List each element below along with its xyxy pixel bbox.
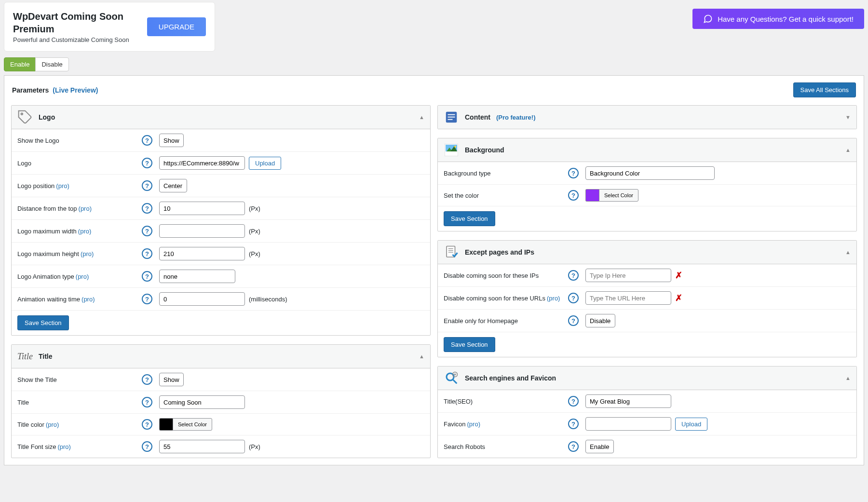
except-icon [444,244,459,260]
save-all-button[interactable]: Save All Sections [793,82,856,97]
except-section: Except pages and IPs ▲ Disable coming so… [437,240,857,357]
favicon-input[interactable] [585,417,671,431]
logo-save-section-button[interactable]: Save Section [17,315,69,330]
seo-section-title: Search engines and Favicon [465,374,556,382]
help-icon[interactable]: ? [142,374,152,385]
title-font-input[interactable] [159,440,245,453]
homepage-only-select[interactable]: Disable [585,314,615,327]
title-icon: Title [17,349,33,364]
robots-label: Search Robots [444,443,485,450]
disable-ips-input[interactable] [585,269,671,282]
disable-urls-label: Disable coming soon for these URLs [444,295,545,302]
content-section-title: Content [465,113,490,121]
except-section-header[interactable]: Except pages and IPs ▲ [438,241,856,264]
logo-url-input[interactable] [159,156,245,170]
logo-position-select[interactable]: Center [159,179,187,192]
robots-select[interactable]: Enable [585,440,614,453]
anim-wait-input[interactable] [159,292,245,306]
help-icon[interactable]: ? [142,158,152,168]
help-icon[interactable]: ? [568,190,579,201]
title-color-picker[interactable]: Select Color [159,418,212,431]
bg-select-color-button[interactable]: Select Color [599,189,638,202]
title-section-header[interactable]: Title Title ▲ [12,345,430,368]
title-select-color-button[interactable]: Select Color [173,418,212,431]
svg-rect-4 [448,119,453,120]
svg-rect-2 [448,114,455,115]
help-icon[interactable]: ? [568,441,579,452]
show-logo-select[interactable]: Show [159,134,184,147]
enable-button[interactable]: Enable [4,57,36,71]
logo-section: Logo ▲ Show the Logo ? Show Logo ? Up [11,105,431,336]
logo-upload-button[interactable]: Upload [249,157,281,170]
bg-color-picker[interactable]: Select Color [585,189,638,202]
tag-icon [17,109,33,125]
title-color-swatch [159,418,173,431]
promo-subtitle: Powerful and Customizable Coming Soon [13,36,134,43]
upgrade-button[interactable]: UPGRADE [147,17,206,36]
delete-ip-icon[interactable]: ✗ [675,270,682,281]
help-icon[interactable]: ? [142,271,152,282]
except-section-title: Except pages and IPs [465,248,534,256]
seo-section-header[interactable]: Search engines and Favicon ▲ [438,366,856,390]
bg-save-section-button[interactable]: Save Section [444,211,495,226]
background-section: Background ▲ Background type ? Backgroun… [437,138,857,231]
chevron-up-icon: ▲ [419,114,424,120]
favicon-label: Favicon [444,421,466,428]
support-button[interactable]: Have any Questions? Get a quick support! [692,9,864,29]
svg-rect-3 [448,117,455,118]
anim-type-select[interactable]: none [159,270,235,283]
title-font-label: Title Font size [17,443,56,450]
bg-type-select[interactable]: Background Color [585,166,715,180]
seo-title-input[interactable] [585,394,671,408]
title-text-input[interactable] [159,395,245,409]
background-icon [444,142,459,158]
promo-box: WpDevart Coming Soon Premium Powerful an… [4,2,215,52]
chat-icon [703,14,713,24]
help-icon[interactable]: ? [568,270,579,281]
maxw-input[interactable] [159,224,245,238]
promo-title: WpDevart Coming Soon Premium [13,10,134,35]
chevron-up-icon: ▲ [845,147,851,153]
logo-section-header[interactable]: Logo ▲ [12,106,430,129]
help-icon[interactable]: ? [568,168,579,178]
distance-input[interactable] [159,202,245,215]
enable-toggle-group: EnableDisable [0,57,868,75]
content-section-header[interactable]: Content (Pro feature!) ▼ [438,106,856,129]
show-title-label: Show the Title [17,376,57,383]
parameters-panel: Parameters (Live Preview) Save All Secti… [4,75,864,465]
favicon-upload-button[interactable]: Upload [675,418,707,431]
background-section-header[interactable]: Background ▲ [438,138,856,162]
help-icon[interactable]: ? [142,248,152,259]
maxh-label: Logo maximum height [17,250,79,258]
help-icon[interactable]: ? [142,419,152,430]
help-icon[interactable]: ? [142,441,152,452]
title-text-label: Title [17,399,29,406]
help-icon[interactable]: ? [142,397,152,407]
help-icon[interactable]: ? [142,294,152,304]
homepage-only-label: Enable only for Homepage [444,317,518,325]
distance-label: Distance from the top [17,205,77,212]
disable-button[interactable]: Disable [35,57,68,71]
except-save-section-button[interactable]: Save Section [444,337,495,352]
help-icon[interactable]: ? [568,293,579,303]
help-icon[interactable]: ? [142,203,152,214]
logo-section-title: Logo [39,113,55,121]
maxh-input[interactable] [159,247,245,260]
help-icon[interactable]: ? [142,226,152,236]
help-icon[interactable]: ? [568,396,579,407]
anim-wait-label: Animation waiting time [17,296,80,303]
delete-url-icon[interactable]: ✗ [675,293,682,303]
bg-color-swatch [585,189,599,202]
svg-point-9 [454,146,456,148]
seo-title-label: Title(SEO) [444,398,473,405]
help-icon[interactable]: ? [142,180,152,191]
panel-title: Parameters [12,86,49,94]
disable-urls-input[interactable] [585,291,671,305]
content-pro-badge: (Pro feature!) [496,114,536,121]
help-icon[interactable]: ? [568,315,579,326]
help-icon[interactable]: ? [568,419,579,429]
show-title-select[interactable]: Show [159,373,184,386]
bg-type-label: Background type [444,170,491,177]
help-icon[interactable]: ? [142,135,152,146]
live-preview-link[interactable]: (Live Preview) [53,86,98,94]
